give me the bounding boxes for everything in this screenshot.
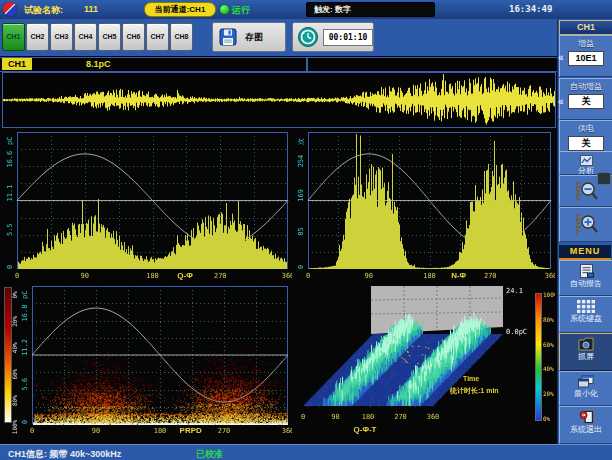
- system-exit-label: 系统退出: [560, 424, 612, 435]
- minimize-label: 最小化: [560, 388, 612, 399]
- n-phi-chart: [293, 129, 555, 281]
- menu-header: MENU: [559, 245, 611, 260]
- channel-button-ch2[interactable]: CH2: [26, 23, 49, 51]
- zoom-in-icon: [573, 211, 599, 237]
- screen-capture-button[interactable]: 抓屏: [559, 333, 612, 371]
- report-document-icon: [579, 264, 594, 278]
- channel-meter-strip: CH1 8.1pC: [0, 57, 557, 72]
- run-status-text: 运行: [232, 4, 250, 17]
- plot-area: CH1 8.1pC: [0, 56, 557, 444]
- system-keyboard-label: 系统键盘: [560, 313, 612, 324]
- control-sidebar: CH1 « 增益 10E1 « 自动增益 关 供电 关 分析: [557, 19, 612, 444]
- system-keyboard-button[interactable]: 系统键盘: [559, 296, 612, 333]
- test-name-label: 试验名称:: [24, 4, 63, 17]
- waveform-chart: [3, 73, 555, 127]
- channel-button-ch6[interactable]: CH6: [122, 23, 145, 51]
- keyboard-icon: [577, 300, 595, 313]
- save-image-label: 存图: [245, 31, 263, 44]
- minimize-windows-icon: [578, 375, 594, 388]
- meter-divider: [306, 58, 308, 71]
- waveform-frame: [2, 72, 556, 128]
- capture-folder-icon: [578, 337, 594, 351]
- current-channel-badge: 当前通道:CH1: [144, 2, 216, 17]
- zoom-in-button[interactable]: [559, 207, 612, 242]
- power-value-box[interactable]: 关: [568, 136, 604, 151]
- run-status-icon: [219, 4, 230, 15]
- auto-gain-value-box[interactable]: 关: [568, 94, 604, 109]
- gain-panel: 增益 10E1: [559, 35, 612, 77]
- auto-report-button[interactable]: 自动报告: [559, 260, 612, 296]
- system-clock: 16:34:49: [509, 4, 552, 14]
- channel-button-ch4[interactable]: CH4: [74, 23, 97, 51]
- sidebar-channel-header: CH1: [559, 20, 612, 35]
- status-bar: CH1信息: 频带 40k~300kHz 已校准: [0, 444, 612, 460]
- timer-panel: 00:01:10: [292, 22, 374, 52]
- channel-button-ch1[interactable]: CH1: [2, 23, 25, 51]
- system-exit-button[interactable]: 系统退出: [559, 406, 612, 444]
- prpd-chart: [2, 283, 292, 436]
- elapsed-time-display: 00:01:10: [323, 29, 373, 46]
- gain-label: 增益: [560, 38, 612, 49]
- power-label: 供电: [560, 123, 612, 134]
- collapse-chevron-icon[interactable]: «: [558, 96, 564, 107]
- meter-charge-value: 8.1pC: [86, 59, 111, 69]
- trigger-mode-display: 触发: 数字: [306, 2, 435, 17]
- test-name-value: 111: [84, 4, 98, 14]
- auto-gain-label: 自动增益: [560, 81, 612, 92]
- app-window: 试验名称: 111 当前通道:CH1 运行 触发: 数字 16:34:49 CH…: [0, 0, 612, 460]
- gain-value-box[interactable]: 10E1: [568, 51, 604, 66]
- zoom-out-icon: [573, 179, 599, 203]
- auto-gain-panel: 自动增益 关: [559, 78, 612, 120]
- app-logo-icon: [3, 2, 17, 16]
- q-phi-chart: [2, 129, 292, 281]
- channel-button-ch5[interactable]: CH5: [98, 23, 121, 51]
- timer-clock-icon[interactable]: [297, 26, 319, 48]
- meter-channel-tag: CH1: [2, 58, 32, 70]
- auto-report-label: 自动报告: [560, 278, 612, 289]
- q-phi-t-chart: [293, 283, 555, 436]
- share-badge-icon: [597, 172, 611, 185]
- channel-button-ch3[interactable]: CH3: [50, 23, 73, 51]
- exit-icon: [579, 410, 594, 424]
- floppy-disk-icon: [218, 27, 238, 47]
- channel-info-text: CH1信息: 频带 40k~300kHz: [8, 448, 121, 460]
- top-bar: 试验名称: 111 当前通道:CH1 运行 触发: 数字 16:34:49: [0, 0, 612, 20]
- zoom-out-button[interactable]: [559, 175, 612, 207]
- minimize-button[interactable]: 最小化: [559, 371, 612, 406]
- channel-button-ch8[interactable]: CH8: [170, 23, 193, 51]
- channel-button-ch7[interactable]: CH7: [146, 23, 169, 51]
- screen-capture-label: 抓屏: [560, 351, 612, 362]
- collapse-chevron-icon[interactable]: «: [558, 52, 564, 63]
- save-image-button[interactable]: 存图: [212, 22, 286, 52]
- toolbar: CH1 CH2 CH3 CH4 CH5 CH6 CH7 CH8 存图: [0, 19, 557, 56]
- calibrated-badge: 已校准: [196, 448, 223, 460]
